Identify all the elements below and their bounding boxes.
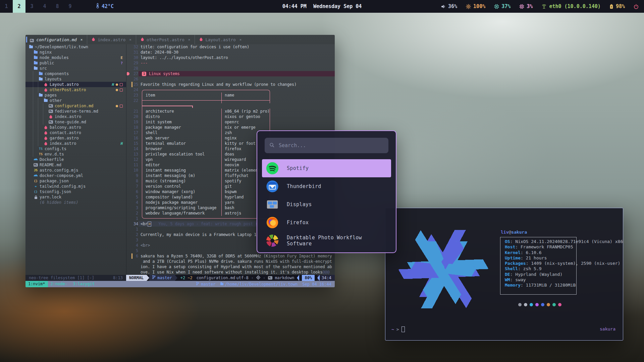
editor-line[interactable]: 20distronixos or gentoo	[126, 114, 335, 119]
search-input[interactable]	[278, 142, 384, 149]
tab-otherPost.astro[interactable]: otherPost.astro×	[136, 35, 195, 44]
launcher-item-Spotify[interactable]: Spotify	[262, 159, 391, 177]
status-bar: 123489 42°C 04:44 PM Wednesday Sep 04 36…	[0, 0, 644, 13]
gpu-value: 3%	[527, 3, 533, 9]
editor-line[interactable]: and a 2TB (Crucial P5 Plus) NVMe drive. …	[126, 259, 335, 264]
tree-item-(6 hidden items)[interactable]: (6 hidden items)	[25, 200, 126, 205]
editor-line[interactable]: 19init systemopenrc	[126, 119, 335, 125]
launcher-list: SpotifyThunderbirdDisplaysFirefoxDarktab…	[257, 159, 396, 250]
tree-item-other[interactable]: other	[25, 98, 126, 103]
tree-item-yarn.lock[interactable]: yarn.lock	[25, 194, 126, 200]
close-icon[interactable]: ×	[129, 38, 131, 42]
editor-line[interactable]: 25Favorite things regarding Linux and my…	[126, 82, 335, 87]
line-number: 13	[129, 152, 138, 157]
editor-line[interactable]: 21architecturex86_64 (rip m2 pro)	[126, 109, 335, 114]
tree-item-label: index.astro	[55, 114, 81, 119]
close-icon[interactable]: ×	[188, 38, 191, 42]
gpu-module[interactable]: 3%	[519, 3, 533, 9]
cpu-module[interactable]: 37%	[494, 3, 511, 9]
battery-module[interactable]: 98%	[609, 3, 625, 9]
markdown-icon: M↓	[268, 276, 272, 280]
editor-line[interactable]: 26	[126, 76, 335, 82]
tree-item-fediverse-terms.md[interactable]: M↓fediverse-terms.md	[25, 109, 126, 114]
braces-blue-icon: {}	[33, 190, 39, 193]
tree-item-tsconfig.json[interactable]: {}tsconfig.json	[25, 189, 126, 194]
network-module[interactable]: eth0 (10.0.0.140)	[541, 3, 601, 9]
tmux-window-2:node-[interactable]: 2:node-	[48, 281, 70, 287]
tree-item-balcony.astro[interactable]: balcony.astro	[25, 125, 126, 130]
tree-item-package.json[interactable]: {}package.json	[25, 178, 126, 184]
editor-line[interactable]: 22	[126, 98, 335, 103]
editor-line[interactable]: 18package managernix or emerge	[126, 125, 335, 130]
tree-item-Dockerfile[interactable]: Dockerfile	[25, 157, 126, 162]
launcher-item-Displays[interactable]: Displays	[262, 195, 391, 214]
editor-line[interactable]: 24	[126, 87, 335, 93]
tree-item-Layout.astro[interactable]: Layout.astroH	[25, 82, 126, 87]
launcher-item-Firefox[interactable]: Firefox	[262, 214, 391, 232]
volume-module[interactable]: 36%	[441, 3, 457, 9]
powerline-separator	[147, 275, 149, 281]
tree-item-index.astro[interactable]: index.astro	[25, 114, 126, 119]
tree-item-env.d.ts[interactable]: TSenv.d.ts	[25, 152, 126, 157]
tmux-window-3:lazygit[interactable]: 3:lazygit	[70, 281, 97, 287]
editor-line[interactable]: 28	[126, 66, 335, 71]
editor-line[interactable]: 6sakura has a Ryzen 5 7640U, 32GB of DDR…	[126, 253, 335, 259]
tree-item-docker-compose.yml[interactable]: docker-compose.yml	[25, 173, 126, 178]
tree-item-tone-guide.md[interactable]: M↓tone-guide.md	[25, 119, 126, 125]
close-icon[interactable]: ×	[80, 38, 83, 42]
editor-line[interactable]: 31date: 2024-08-30	[126, 50, 335, 55]
gpu-icon	[519, 4, 524, 9]
git-marks	[116, 105, 126, 108]
workspace-4[interactable]: 4	[38, 0, 51, 13]
editor-line[interactable]: 29---	[126, 60, 335, 66]
launcher-item-Thunderbird[interactable]: Thunderbird	[262, 177, 391, 195]
tree-item-layouts[interactable]: layouts	[25, 76, 126, 82]
power-module[interactable]	[634, 4, 639, 9]
close-icon[interactable]: ×	[239, 38, 242, 42]
brightness-module[interactable]: 100%	[466, 3, 485, 9]
workspace-1[interactable]: 1	[0, 0, 13, 13]
tree-item-node_modules[interactable]: node_modulesE	[25, 55, 126, 60]
line-number: 23	[129, 93, 138, 98]
tab-Layout.astro[interactable]: Layout.astro×	[195, 35, 246, 44]
tab-index.astro[interactable]: index.astro×	[87, 35, 136, 44]
tree-item-config.ts[interactable]: TSconfig.ts	[25, 146, 126, 152]
search-bar[interactable]	[265, 138, 388, 153]
shell-prompt[interactable]: ~ >	[391, 326, 405, 332]
tmux-window-1:nvim*[interactable]: 1:nvim*	[25, 281, 48, 287]
line-number: 9	[129, 173, 138, 178]
workspace-2[interactable]: 2	[13, 0, 25, 13]
tree-item-tailwind.config.mjs[interactable]: ≈tailwind.config.mjs	[25, 184, 126, 189]
line-number: 16	[129, 135, 138, 141]
tree-item-index.astro[interactable]: index.astroH	[25, 141, 126, 146]
tree-item-configuration.md[interactable]: M↓configuration.md	[25, 103, 126, 109]
editor-line[interactable]: 32title: configuration for devices i use…	[126, 44, 335, 50]
tree-item-~/Development/liv.town[interactable]: ~/Development/liv.town	[25, 44, 126, 50]
editor-line[interactable]: 1Linux systems27	[126, 71, 335, 76]
editor-line[interactable]: ion. I have a setup consisting of Hyprla…	[126, 264, 335, 269]
editor-line[interactable]: 23itemname	[126, 93, 335, 98]
editor-line[interactable]: ove. I use Nix when I need software with…	[126, 269, 335, 275]
tree-item-src[interactable]: src	[25, 66, 126, 71]
line-number: 20	[129, 114, 138, 119]
tree-item-garden.astro[interactable]: garden.astro	[25, 135, 126, 141]
tree-item-label: other	[50, 98, 62, 103]
tree-item-components[interactable]: components	[25, 71, 126, 76]
tree-item-astro.config.mjs[interactable]: JSastro.config.mjs	[25, 168, 126, 173]
power-icon	[634, 4, 639, 9]
tab-configuration.md[interactable]: M↓configuration.md×	[25, 35, 87, 44]
tree-item-otherPost.astro[interactable]: otherPost.astro	[25, 87, 126, 93]
launcher-item-Darktable Photo Workflow Software[interactable]: Darktable Photo Workflow Software	[262, 232, 391, 250]
tree-item-contact.astro[interactable]: contact.astro	[25, 130, 126, 135]
editor-line[interactable]: 30layout: ../../layouts/otherPost.astro	[126, 55, 335, 60]
fetch-line-DE: DE: Hyprland (Wayland)	[505, 272, 623, 277]
editor-line[interactable]	[126, 103, 335, 109]
tree-item-pages[interactable]: pages	[25, 93, 126, 98]
workspace-8[interactable]: 8	[51, 0, 64, 13]
workspace-3[interactable]: 3	[25, 0, 38, 13]
workspace-9[interactable]: 9	[64, 0, 76, 13]
tree-item-nginx[interactable]: nginx	[25, 50, 126, 55]
docker-icon	[33, 158, 39, 161]
tree-item-README.md[interactable]: M↓README.md	[25, 162, 126, 168]
tree-item-public[interactable]: public?	[25, 60, 126, 66]
